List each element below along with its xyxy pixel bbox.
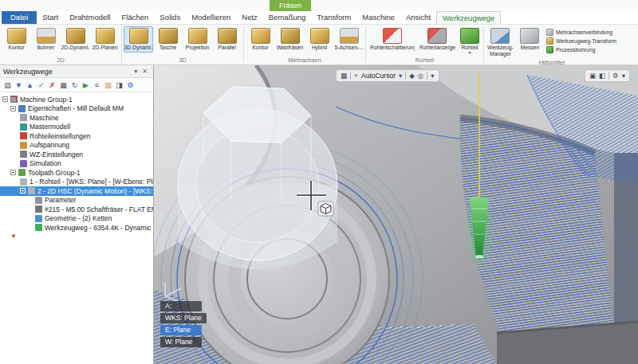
3d-dynamisch-button[interactable]: 3D Dynami... [124,26,153,53]
tab-solids[interactable]: Solids [154,11,186,24]
tree-item-eigenschaften[interactable]: Eigenschaften - Mill Default MM [0,104,153,114]
group-separator [483,27,484,63]
verify-icon[interactable]: ▶ [81,80,91,91]
tree-item-mastermodell[interactable]: Mastermodell [0,123,153,132]
tree-item-op1-rohteil[interactable]: 1 - Rohteil - [WKS: Plane] - [W-Ebene: P… [0,178,153,187]
3d-scene[interactable] [154,65,638,364]
tasche-button[interactable]: Tasche [153,26,183,53]
rohteil-button[interactable]: Rohteil ▾ [458,26,482,56]
view-panel-icon[interactable]: ▣ [589,70,596,81]
bohren-icon [37,28,56,44]
tree-item-toolpath-group[interactable]: Toolpath Group-1 [0,168,153,178]
projektion-button[interactable]: Projektion [183,26,212,53]
select-all-icon[interactable]: ▤ [2,80,13,91]
tab-werkzeugwege[interactable]: Werkzeugwege [436,11,501,24]
operation-icon [28,187,35,194]
tree-item-wz-einstellungen[interactable]: WZ-Einstellungen [0,150,153,159]
kontur-mehrachsen-icon [251,28,270,44]
tree-item-parameter[interactable]: Parameter [0,196,153,205]
ribbon-group-rohteil: Rohteilschattierung Rohteilanzeige Rohte… [368,25,482,65]
invalidate-icon[interactable]: ✗ [47,80,57,91]
prozessbohrung-icon [546,46,553,53]
walzfraesen-button[interactable]: Walzfräsen [275,26,305,53]
tab-drahtmodell[interactable]: Drahtmodell [64,11,116,24]
expander-icon[interactable] [20,188,26,194]
options-icon[interactable]: ≡ [92,80,102,91]
tab-maschine[interactable]: Maschine [356,11,400,24]
expander-icon[interactable] [10,106,16,112]
snap-diamond-icon[interactable]: ◆ [409,70,415,81]
close-icon[interactable]: ✕ [140,68,150,75]
rohteilanzeige-button[interactable]: Rohteilanzeige [417,26,458,53]
insert-arrow-icon[interactable]: ▼ [0,233,153,241]
expander-icon[interactable] [10,170,16,175]
5-achsen-button[interactable]: 5-Achsen-... [334,26,364,53]
section-view-icon[interactable]: ◧ [599,70,605,81]
machine-icon [20,114,27,121]
group-label-2d: 2D [2,57,120,65]
5-achsen-icon [340,28,359,44]
bohren-button[interactable]: Bohren [31,26,61,53]
tree-item-tool[interactable]: #215 - M5.00 Schaftfräser - FLAT END MIL… [0,205,153,214]
tree-item-aufspannung[interactable]: Aufspannung [0,141,153,151]
fixture-icon [20,142,27,149]
tab-start[interactable]: Start [37,11,64,24]
tree-item-werkzeugweg[interactable]: Werkzeugweg - 6354.4K - Dynamic Finish P… [0,223,153,233]
mehrachsenverbindung-button[interactable]: Mehrachsenverbindung [546,29,616,36]
properties-icon [18,105,26,112]
display-toolpath-icon[interactable]: ▧ [103,80,113,91]
backplot-icon[interactable]: ▦ [58,80,69,91]
werkzeugweg-transform-button[interactable]: Werkzeugweg-Transform [546,37,616,45]
settings-gear-icon[interactable]: ⚙ [612,70,619,81]
expander-icon[interactable] [2,96,8,102]
toolpath-file-icon [35,224,42,231]
e-plane-readout[interactable]: E: Plane [160,325,202,335]
mastercam-window: Fräsen Datei Start Drahtmodell Flächen S… [0,0,638,364]
wks-plane-readout[interactable]: WKS: Plane [160,313,207,323]
move-up-icon[interactable]: ▲ [25,80,35,91]
chevron-down-icon[interactable]: ▾ [431,70,434,81]
werkzeug-manager-button[interactable]: Werkzeug-Manager [486,26,515,59]
2d-dynamisch-button[interactable]: 2D-Dynami... [61,26,90,53]
2d-planen-button[interactable]: 2D-Planen [90,26,120,53]
tree-item-geometrie[interactable]: Geometrie - (2) Ketten [0,214,153,224]
tree-item-op2-2d-hsc[interactable]: 2 - 2D HSC (Dynamic Motion) - [WKS: Plan… [0,186,153,196]
tab-flaechen[interactable]: Flächen [116,11,154,24]
context-tab-fraesen[interactable]: Fräsen [270,0,311,11]
chevron-down-icon[interactable]: ▾ [399,70,402,81]
rohteilschattierung-button[interactable]: Rohteilschattierung [368,26,417,53]
snap-target-icon[interactable]: ◎ [418,70,423,81]
move-down-icon[interactable]: ▼ [14,80,24,91]
grid-icon[interactable]: ▦ [341,70,347,81]
regenerate-icon[interactable]: ✓ [36,80,46,91]
tab-bemassung[interactable]: Bemaßung [263,11,311,24]
tree-item-rohteileinstellungen[interactable]: Rohteileinstellungen [0,131,153,141]
messen-button[interactable]: Messen [515,26,545,53]
parameters-icon [35,197,42,204]
graphics-viewport[interactable]: ▦ + AutoCursor ▾ ◆ ◎ ▾ ▣ ◧ ⚙ ▾ A: [154,65,638,364]
kontur-2d-button[interactable]: Kontur [2,26,31,53]
lock-toolpath-icon[interactable]: ◨ [114,80,124,91]
kontur-mehrachsen-button[interactable]: Kontur [246,26,275,53]
parallel-button[interactable]: Parallel [212,26,242,53]
settings-gear-icon[interactable]: ⚙ [125,80,136,91]
tree-item-machine-group[interactable]: Machine Group-1 [0,95,153,104]
w-plane-readout[interactable]: W: Plane [160,337,202,347]
chevron-down-icon[interactable]: ▾ [622,70,625,81]
panel-toolbar: ▤ ▼ ▲ ✓ ✗ ▦ ↻ ▶ ≡ ▧ ◨ ⚙ [0,78,153,92]
hybrid-button[interactable]: Hybrid [305,26,334,53]
tab-ansicht[interactable]: Ansicht [400,11,436,24]
tree-item-maschine[interactable]: Maschine [0,113,153,123]
simulation-icon [20,160,27,167]
autocursor-label[interactable]: AutoCursor [361,72,396,80]
tree-item-simulation[interactable]: Simulation [0,159,153,169]
tasche-icon [159,28,178,44]
tab-datei[interactable]: Datei [2,11,37,24]
chevron-down-icon[interactable]: ▾ [132,68,140,75]
tab-transform[interactable]: Transform [311,11,356,24]
group-separator [365,27,366,63]
prozessbohrung-button[interactable]: Prozessbohrung [546,46,616,53]
refresh-icon[interactable]: ↻ [69,80,80,91]
tab-netz[interactable]: Netz [236,11,263,24]
tab-modellieren[interactable]: Modellieren [186,11,236,24]
